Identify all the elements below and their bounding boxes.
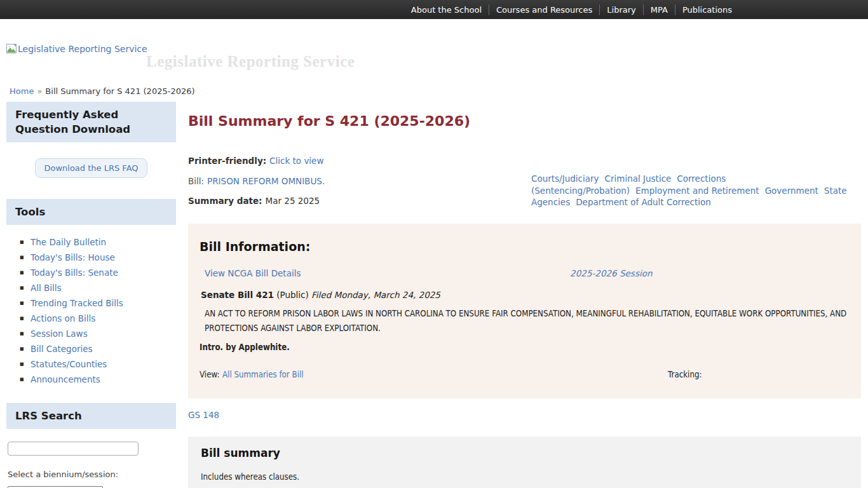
session-link[interactable]: 2025-2026 Session — [570, 268, 652, 278]
tools-link[interactable]: Today's Bills: Senate — [31, 268, 118, 278]
tracking-label: Tracking: — [668, 369, 702, 379]
breadcrumb-separator: » — [37, 86, 42, 96]
category-link[interactable]: Criminal Justice — [605, 173, 672, 184]
category-link[interactable]: Courts/Judiciary — [531, 173, 599, 184]
tools-link[interactable]: Today's Bills: House — [31, 252, 115, 262]
tools-link[interactable]: Trending Tracked Bills — [31, 298, 123, 308]
bill-title-link[interactable]: PRISON REFORM OMNIBUS. — [207, 176, 325, 186]
summary-date-value: Mar 25 2025 — [266, 196, 320, 206]
bill-information-title: Bill Information: — [200, 240, 850, 254]
top-navigation: About the SchoolCourses and ResourcesLib… — [404, 4, 739, 15]
tools-link[interactable]: Announcements — [31, 374, 100, 384]
tools-section-title: Tools — [6, 199, 176, 225]
top-bar: About the SchoolCourses and ResourcesLib… — [0, 0, 868, 19]
printer-friendly-link[interactable]: Click to view — [269, 156, 323, 166]
page-title: Bill Summary for S 421 (2025-2026) — [188, 113, 861, 129]
category-link[interactable]: Government — [765, 186, 818, 196]
site-logo-text: Legislative Reporting Service — [18, 44, 147, 54]
view-label: View: — [200, 369, 220, 379]
tools-link[interactable]: The Daily Bulletin — [31, 237, 106, 247]
list-item: Today's Bills: Senate — [20, 268, 176, 278]
bill-summary-paragraph: Includes whereas clauses. — [201, 470, 844, 483]
list-item: Announcements — [20, 374, 176, 384]
main-content: Bill Summary for S 421 (2025-2026) Print… — [188, 100, 861, 488]
bill-information-box: Bill Information: View NCGA Bill Details… — [188, 224, 861, 398]
broken-image-icon — [6, 43, 17, 54]
category-links: Courts/JudiciaryCriminal JusticeCorrecti… — [531, 173, 861, 208]
site-logo-link[interactable]: Legislative Reporting Service — [6, 43, 147, 54]
bill-label: Bill: — [188, 176, 204, 186]
tools-list: The Daily BulletinToday's Bills: HouseTo… — [6, 237, 176, 384]
list-item: Session Laws — [20, 329, 176, 339]
faq-section-title: Frequently Asked Question Download — [6, 102, 176, 142]
category-link[interactable]: Department of Adult Correction — [576, 197, 711, 207]
search-input[interactable] — [8, 442, 139, 456]
header-watermark: Legislative Reporting Service — [146, 53, 355, 71]
breadcrumb: Home»Bill Summary for S 421 (2025-2026) — [0, 83, 868, 100]
lrs-search-form: Select a biennium/session: 2025-2026 Ses… — [6, 429, 176, 488]
bill-summary-box: Bill summary Includes whereas clauses. R… — [188, 437, 861, 488]
page-header: Legislative Reporting Service Legislativ… — [0, 19, 868, 83]
top-nav-link[interactable]: About the School — [404, 4, 489, 15]
top-nav-link[interactable]: Library — [599, 4, 642, 15]
tools-link[interactable]: All Bills — [31, 283, 62, 293]
top-nav-link[interactable]: MPA — [643, 4, 675, 15]
tools-link[interactable]: Statutes/Counties — [31, 359, 107, 369]
list-item: All Bills — [20, 283, 176, 293]
tools-link[interactable]: Session Laws — [31, 329, 88, 339]
search-section-title: LRS Search — [6, 403, 176, 429]
list-item: Today's Bills: House — [20, 252, 176, 262]
session-select-label: Select a biennium/session: — [8, 470, 176, 479]
printer-friendly-label: Printer-friendly: — [188, 156, 266, 166]
breadcrumb-current: Bill Summary for S 421 (2025-2026) — [45, 86, 194, 96]
category-link[interactable]: Employment and Retirement — [635, 186, 759, 196]
list-item: The Daily Bulletin — [20, 237, 176, 247]
tools-link[interactable]: Bill Categories — [31, 344, 93, 354]
bill-number: Senate Bill 421 — [201, 290, 274, 300]
list-item: Statutes/Counties — [20, 359, 176, 369]
top-nav-link[interactable]: Publications — [675, 4, 739, 15]
ncga-bill-details-link[interactable]: View NCGA Bill Details — [205, 268, 301, 278]
bill-filed-date: Filed Monday, March 24, 2025 — [311, 290, 440, 300]
statute-link[interactable]: GS 148 — [188, 410, 219, 420]
sidebar: Frequently Asked Question Download Downl… — [6, 100, 176, 488]
intro-by: Intro. by Applewhite. — [200, 342, 846, 352]
breadcrumb-home-link[interactable]: Home — [10, 86, 34, 96]
list-item: Bill Categories — [20, 344, 176, 354]
tools-link[interactable]: Actions on Bills — [31, 313, 95, 323]
bill-summary-title: Bill summary — [201, 447, 848, 459]
bill-type: (Public) — [276, 290, 309, 300]
all-summaries-link[interactable]: All Summaries for Bill — [222, 369, 304, 379]
list-item: Actions on Bills — [20, 313, 176, 323]
list-item: Trending Tracked Bills — [20, 298, 176, 308]
top-nav-link[interactable]: Courses and Resources — [489, 4, 599, 15]
act-title: AN ACT TO REFORM PRISON LABOR LAWS IN NO… — [205, 306, 851, 336]
download-faq-button[interactable]: Download the LRS FAQ — [35, 158, 147, 178]
summary-date-label: Summary date: — [188, 196, 262, 206]
